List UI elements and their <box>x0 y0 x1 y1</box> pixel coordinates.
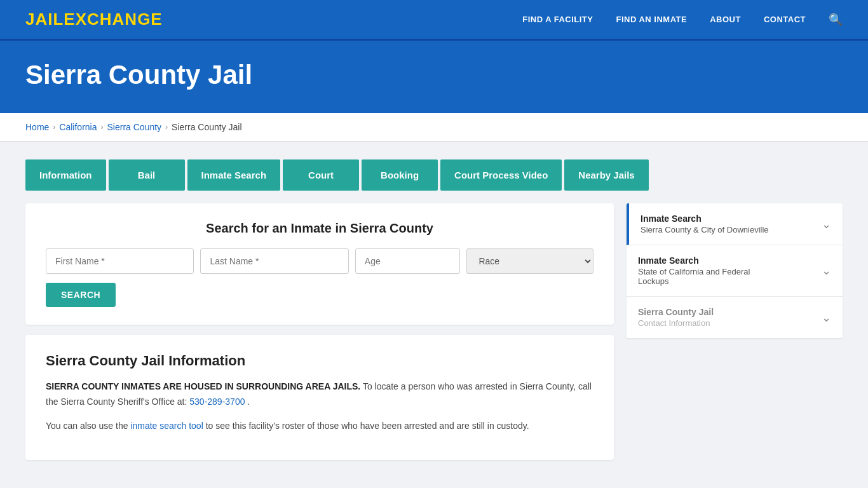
sidebar-item-left-1: Inmate Search Sierra County & City of Do… <box>641 214 769 234</box>
sidebar-item-title-1: Inmate Search <box>641 214 769 224</box>
main-content: Search for an Inmate in Sierra County Ra… <box>0 191 868 485</box>
info-title: Sierra County Jail Information <box>46 353 593 369</box>
sidebar-item-inmate-search-state[interactable]: Inmate Search State of California and Fe… <box>627 245 843 297</box>
tab-nearby-jails[interactable]: Nearby Jails <box>564 159 648 191</box>
breadcrumb-current: Sierra County Jail <box>172 122 242 132</box>
breadcrumb-sep-1: › <box>53 123 55 132</box>
chevron-down-icon-3: ⌄ <box>822 311 831 325</box>
info-text-2: You can also use the <box>46 421 130 431</box>
breadcrumb-california[interactable]: California <box>59 122 97 132</box>
search-button[interactable]: SEARCH <box>46 283 116 307</box>
logo-jail: JAIL <box>25 10 64 29</box>
info-card: Sierra County Jail Information SIERRA CO… <box>25 335 614 460</box>
info-phone-link[interactable]: 530-289-3700 <box>189 396 245 407</box>
nav-contact[interactable]: CONTACT <box>764 15 806 24</box>
info-bold-text: SIERRA COUNTY INMATES ARE HOUSED IN SURR… <box>46 381 360 391</box>
race-select[interactable]: Race White Black Hispanic Asian Other <box>466 248 593 274</box>
search-title: Search for an Inmate in Sierra County <box>46 221 593 236</box>
breadcrumb-sep-2: › <box>101 123 104 132</box>
tab-list: Information Bail Inmate Search Court Boo… <box>25 159 843 191</box>
search-icon-button[interactable]: 🔍 <box>829 13 843 27</box>
chevron-down-icon-2: ⌄ <box>822 264 831 278</box>
info-paragraph-2: You can also use the inmate search tool … <box>46 419 593 434</box>
header: JAILEXCHANGE FIND A FACILITY FIND AN INM… <box>0 0 868 41</box>
nav-about[interactable]: ABOUT <box>710 15 741 24</box>
logo-exchange: EXCHANGE <box>64 10 162 29</box>
sidebar-item-left-3: Sierra County Jail Contact Information <box>638 307 714 328</box>
sidebar-item-title-3: Sierra County Jail <box>638 307 714 317</box>
breadcrumb-sierra-county[interactable]: Sierra County <box>107 122 162 132</box>
breadcrumb-home[interactable]: Home <box>25 122 49 132</box>
tab-inmate-search[interactable]: Inmate Search <box>187 159 281 191</box>
age-input[interactable] <box>355 248 461 274</box>
chevron-down-icon-1: ⌄ <box>822 217 831 231</box>
nav-find-facility[interactable]: FIND A FACILITY <box>522 15 593 24</box>
main-nav: FIND A FACILITY FIND AN INMATE ABOUT CON… <box>522 13 843 27</box>
tab-information[interactable]: Information <box>25 159 106 191</box>
right-panel: Inmate Search Sierra County & City of Do… <box>627 203 843 338</box>
tab-booking[interactable]: Booking <box>362 159 438 191</box>
tab-court[interactable]: Court <box>283 159 359 191</box>
sidebar-item-title-2: Inmate Search <box>638 255 750 266</box>
nav-find-inmate[interactable]: FIND AN INMATE <box>616 15 687 24</box>
tab-court-process-video[interactable]: Court Process Video <box>440 159 562 191</box>
breadcrumb-bar: Home › California › Sierra County › Sier… <box>0 113 868 142</box>
sidebar-item-subtitle-1: Sierra County & City of Downieville <box>641 225 769 234</box>
inmate-search-link[interactable]: inmate search tool <box>130 421 203 431</box>
search-inputs: Race White Black Hispanic Asian Other <box>46 248 593 274</box>
sidebar-item-subtitle-3: Contact Information <box>638 318 714 328</box>
sidebar-item-left-2: Inmate Search State of California and Fe… <box>638 255 750 286</box>
tabs-bar: Information Bail Inmate Search Court Boo… <box>0 142 868 191</box>
info-text-3: to see this facility's roster of those w… <box>206 421 529 431</box>
sidebar-item-inmate-search-local[interactable]: Inmate Search Sierra County & City of Do… <box>627 203 843 245</box>
page-title: Sierra County Jail <box>25 60 843 90</box>
breadcrumb: Home › California › Sierra County › Sier… <box>25 122 843 132</box>
logo[interactable]: JAILEXCHANGE <box>25 10 163 29</box>
info-paragraph-1: SIERRA COUNTY INMATES ARE HOUSED IN SURR… <box>46 379 593 410</box>
left-panel: Search for an Inmate in Sierra County Ra… <box>25 203 614 460</box>
search-card: Search for an Inmate in Sierra County Ra… <box>25 203 614 325</box>
hero-section: Sierra County Jail <box>0 41 868 113</box>
info-text-end: . <box>247 396 250 407</box>
first-name-input[interactable] <box>46 248 194 274</box>
last-name-input[interactable] <box>200 248 348 274</box>
sidebar-card: Inmate Search Sierra County & City of Do… <box>627 203 843 338</box>
breadcrumb-sep-3: › <box>165 123 168 132</box>
tab-bail[interactable]: Bail <box>109 159 185 191</box>
sidebar-item-contact-info[interactable]: Sierra County Jail Contact Information ⌄ <box>627 297 843 338</box>
sidebar-item-subtitle-2: State of California and FederalLockups <box>638 267 750 286</box>
